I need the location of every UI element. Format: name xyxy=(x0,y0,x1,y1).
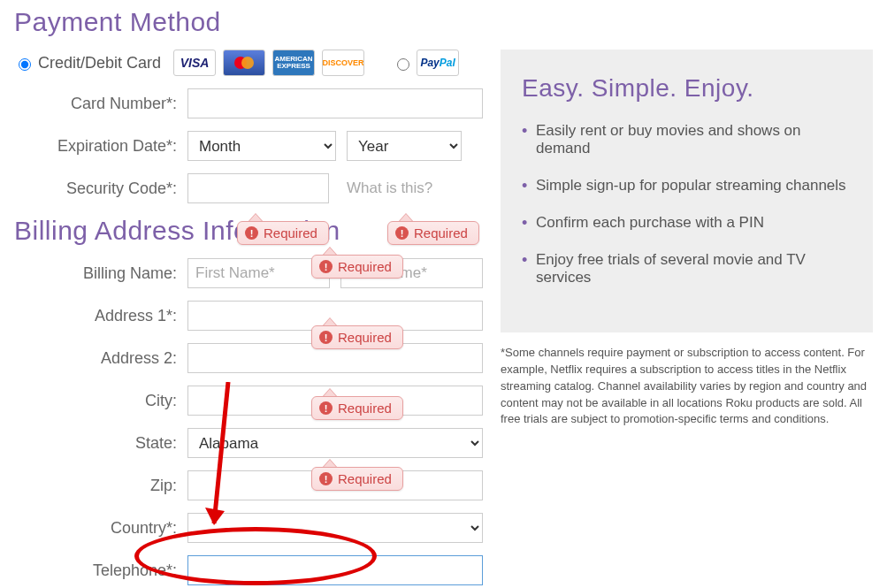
svg-point-1 xyxy=(241,57,254,69)
mastercard-logo xyxy=(223,50,265,76)
paypal-logo: PayPal xyxy=(417,50,459,76)
state-label: State: xyxy=(14,434,187,453)
card-number-label: Card Number*: xyxy=(14,95,187,113)
info-bullet: Enjoy free trials of several movie and T… xyxy=(522,251,852,286)
payment-method-heading: Payment Method xyxy=(14,7,873,37)
address2-label: Address 2: xyxy=(14,349,187,368)
first-name-input[interactable] xyxy=(187,258,330,288)
expiration-month-select[interactable]: Month xyxy=(187,131,336,161)
telephone-input[interactable] xyxy=(187,555,483,585)
info-bullet: Confirm each purchase with a PIN xyxy=(522,214,852,232)
error-icon: ! xyxy=(395,226,409,240)
address1-label: Address 1*: xyxy=(14,307,187,325)
error-icon: ! xyxy=(319,260,333,273)
required-tooltip: !Required xyxy=(311,325,403,349)
billing-name-label: Billing Name: xyxy=(14,264,187,283)
required-tooltip: !Required xyxy=(311,396,403,420)
credit-card-radio[interactable] xyxy=(19,58,31,71)
what-is-this-link[interactable]: What is this? xyxy=(347,179,432,197)
discover-logo: DISCOVER xyxy=(322,50,364,76)
credit-card-label: Credit/Debit Card xyxy=(38,54,161,73)
paypal-radio[interactable] xyxy=(397,58,409,71)
city-label: City: xyxy=(14,392,187,410)
info-panel: Easy. Simple. Enjoy. Easily rent or buy … xyxy=(501,50,873,332)
telephone-label: Telephone*: xyxy=(14,561,187,580)
card-number-input[interactable] xyxy=(187,88,483,118)
expiration-year-select[interactable]: Year xyxy=(347,131,462,161)
security-code-label: Security Code*: xyxy=(14,179,187,198)
error-icon: ! xyxy=(319,331,333,344)
info-bullets: Easily rent or buy movies and shows on d… xyxy=(522,122,852,286)
country-label: Country*: xyxy=(14,519,187,538)
error-icon: ! xyxy=(319,401,333,415)
state-select[interactable]: Alabama xyxy=(187,428,483,458)
security-code-input[interactable] xyxy=(187,173,329,203)
country-select[interactable] xyxy=(187,513,483,543)
visa-logo: VISA xyxy=(173,50,216,76)
error-icon: ! xyxy=(319,472,333,485)
required-tooltip: !Required xyxy=(311,467,403,491)
required-tooltip: !Required xyxy=(387,221,479,245)
info-bullet: Simple sign-up for popular streaming cha… xyxy=(522,177,852,195)
amex-logo: AMERICAN EXPRESS xyxy=(272,50,315,76)
error-icon: ! xyxy=(245,226,258,240)
expiration-label: Expiration Date*: xyxy=(14,137,187,156)
required-tooltip: !Required xyxy=(237,221,329,245)
required-tooltip: !Required xyxy=(311,255,403,279)
info-title: Easy. Simple. Enjoy. xyxy=(522,74,852,103)
zip-label: Zip: xyxy=(14,477,187,495)
fineprint: *Some channels require payment or subscr… xyxy=(501,345,873,428)
info-bullet: Easily rent or buy movies and shows on d… xyxy=(522,122,852,157)
